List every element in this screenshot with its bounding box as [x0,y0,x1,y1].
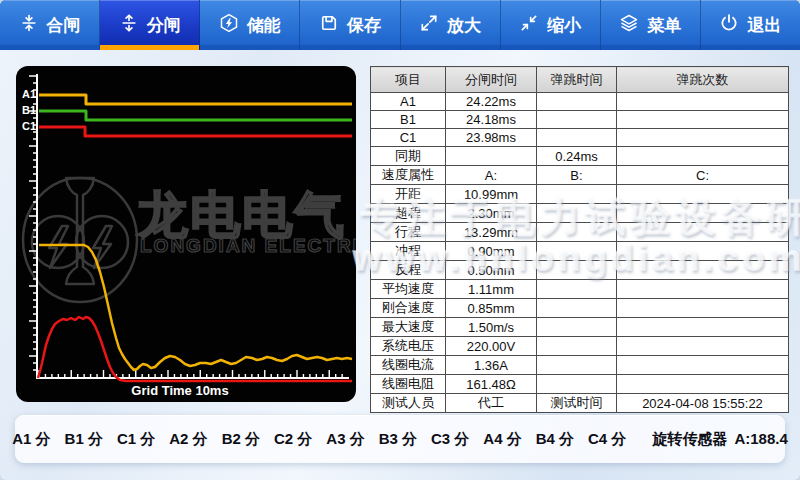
table-cell: 0.85mm [446,299,537,318]
table-cell [617,299,789,318]
tab-label: 合闸 [47,14,81,37]
table-column-header: 弹跳时间 [537,67,617,93]
table-cell [617,93,789,111]
table-cell [446,147,537,166]
table-cell [617,261,789,280]
table-cell: 冲程 [371,242,446,261]
table-cell: 行程 [371,223,446,242]
table-row[interactable]: 开距10.99mm [371,185,789,204]
table-cell: B1 [371,111,446,129]
table-row[interactable]: 系统电压220.00V [371,337,789,356]
table-cell: 同期 [371,147,446,166]
breaker-analyzer-screen: 合闸 分闸 储能 [0,0,800,480]
table-cell [617,204,789,223]
table-cell [537,375,617,394]
table-cell: 代工 [446,394,537,413]
table-cell [617,337,789,356]
table-cell [537,337,617,356]
table-cell [537,356,617,375]
tab-save[interactable]: 保存 [300,0,400,50]
phase-state: C4 分 [588,430,626,449]
table-row[interactable]: B124.18ms [371,111,789,129]
table-row[interactable]: 平均速度1.11mm [371,280,789,299]
table-row[interactable]: 速度属性A:B:C: [371,166,789,185]
tab-label: 分闸 [147,14,181,37]
table-row[interactable]: C123.98ms [371,129,789,147]
table-cell: 线圈电阻 [371,375,446,394]
table-cell [537,129,617,147]
tab-energy-storage[interactable]: 储能 [200,0,300,50]
table-cell: 速度属性 [371,166,446,185]
table-cell [617,111,789,129]
table-cell: 13.29mm [446,223,537,242]
trace-label-c1: C1 [22,120,36,132]
phase-state: B2 分 [222,430,260,449]
table-cell [617,223,789,242]
table-row[interactable]: 同期0.24ms [371,147,789,166]
table-cell [617,242,789,261]
B1-contact [39,111,352,120]
A1-contact [39,95,352,104]
table-cell: 2024-04-08 15:55:22 [617,394,789,413]
table-row[interactable]: 超程2.30mm [371,204,789,223]
table-row[interactable]: 测试人员代工测试时间2024-04-08 15:55:22 [371,394,789,413]
tab-zoom-out[interactable]: 缩小 [501,0,601,50]
power-icon [719,13,739,38]
table-cell: 线圈电流 [371,356,446,375]
phase-status-bar: A1 分B1 分C1 分A2 分B2 分C2 分A3 分B3 分C3 分A4 分… [15,415,785,463]
tab-exit[interactable]: 退出 [701,0,800,50]
table-cell: 23.98ms [446,129,537,147]
open-breaker-icon [119,13,139,38]
table-row[interactable]: 线圈电阻161.48Ω [371,375,789,394]
table-cell: C: [617,166,789,185]
phase-state: A1 分 [12,430,50,449]
table-row[interactable]: 行程13.29mm [371,223,789,242]
trace-label-b1: B1 [22,104,36,116]
C1-contact [39,127,352,136]
table-cell [537,318,617,337]
table-cell: 平均速度 [371,280,446,299]
waveform-plot [16,66,356,402]
table-cell [537,111,617,129]
table-cell: 最大速度 [371,318,446,337]
table-row[interactable]: 反程0.50mm [371,261,789,280]
table-row[interactable]: 刚合速度0.85mm [371,299,789,318]
rotation-sensor-value: A:188.4 [734,430,787,449]
phase-state: A3 分 [326,430,364,449]
tab-close-breaker[interactable]: 合闸 [0,0,100,50]
results-table-body: A124.22msB124.18msC123.98ms同期0.24ms速度属性A… [371,93,789,413]
tab-zoom-in[interactable]: 放大 [401,0,501,50]
table-cell: 0.90mm [446,242,537,261]
table-row[interactable]: 冲程0.90mm [371,242,789,261]
zoom-in-icon [419,13,439,38]
table-row[interactable]: 最大速度1.50m/s [371,318,789,337]
grid-time-label: Grid Time 10ms [16,383,350,398]
phase-state: B1 分 [65,430,103,449]
tab-label: 保存 [347,14,381,37]
table-header-row: 项目分闸时间弹跳时间弹跳次数 [371,67,789,93]
table-row[interactable]: 线圈电流1.36A [371,356,789,375]
table-column-header: 项目 [371,67,446,93]
table-cell [537,299,617,318]
table-cell [617,318,789,337]
menu-icon [619,13,639,38]
table-cell: 1.36A [446,356,537,375]
table-cell: 开距 [371,185,446,204]
waveform-panel[interactable]: 龙电电气 LONGDIAN ELECTRIC A1 B1 C1 Grid Tim… [16,66,356,402]
table-cell: 0.50mm [446,261,537,280]
table-cell: 24.18ms [446,111,537,129]
table-cell [617,129,789,147]
table-cell [537,223,617,242]
tab-label: 缩小 [547,14,581,37]
tab-label: 退出 [747,14,781,37]
tab-open-breaker[interactable]: 分闸 [100,0,200,50]
tab-label: 菜单 [647,14,681,37]
tab-menu[interactable]: 菜单 [601,0,701,50]
table-row[interactable]: A124.22ms [371,93,789,111]
table-column-header: 弹跳次数 [617,67,789,93]
coil-current [38,317,352,381]
phase-state: C2 分 [274,430,312,449]
table-cell [617,147,789,166]
phase-state: B4 分 [536,430,574,449]
table-cell: 1.11mm [446,280,537,299]
